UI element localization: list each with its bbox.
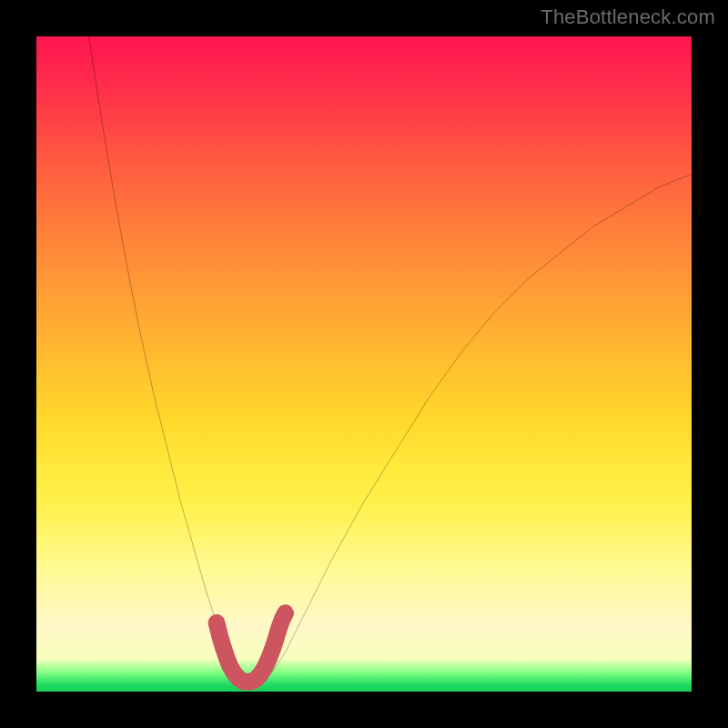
curve-layer: [36, 36, 692, 692]
optimal-range-dot: [209, 615, 225, 631]
bottleneck-curve-path: [89, 36, 692, 682]
chart-frame: TheBottleneck.com: [0, 0, 728, 728]
optimal-range-marker: [209, 605, 293, 689]
watermark-text: TheBottleneck.com: [541, 5, 715, 29]
optimal-range-dot: [278, 605, 293, 621]
bottleneck-curve: [89, 36, 692, 682]
plot-area: [36, 36, 692, 692]
